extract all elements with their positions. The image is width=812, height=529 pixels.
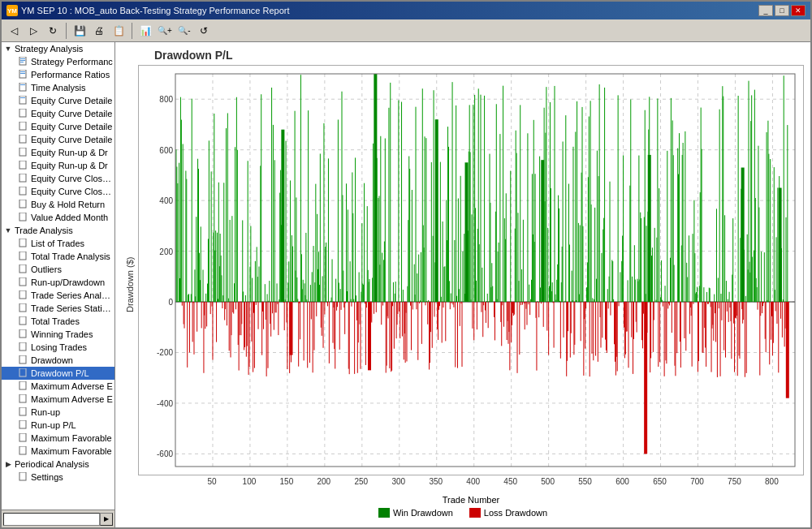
- sidebar: ▼ Strategy Analysis Strategy Performanc …: [2, 42, 115, 527]
- sidebar-item-value-added[interactable]: Value Added Month: [2, 211, 114, 224]
- sidebar-item-equity-3[interactable]: Equity Curve Detaile: [2, 120, 114, 133]
- svg-rect-25: [19, 303, 26, 312]
- chart-button[interactable]: 📊: [136, 22, 154, 40]
- expand-trade: ▼: [3, 226, 13, 235]
- svg-rect-17: [19, 187, 26, 195]
- minimize-button[interactable]: _: [758, 5, 773, 16]
- doc-icon-17: [18, 277, 29, 288]
- trade-series-analysis-label: Trade Series Analysis: [31, 290, 113, 300]
- section-trade-analysis[interactable]: ▼ Trade Analysis: [2, 224, 114, 237]
- sidebar-item-drawdown-pl[interactable]: Drawdown P/L: [2, 367, 114, 380]
- sidebar-item-settings[interactable]: Settings: [2, 471, 114, 484]
- doc-icon-13: [18, 212, 29, 223]
- print-button[interactable]: 🖨: [90, 22, 108, 40]
- outliers-label: Outliers: [31, 264, 62, 274]
- close-button[interactable]: ✕: [791, 5, 806, 16]
- sidebar-item-equity-2[interactable]: Equity Curve Detaile: [2, 107, 114, 120]
- doc-icon-12: [18, 199, 29, 210]
- sidebar-item-max-favorable-1[interactable]: Maximum Favorable: [2, 432, 114, 445]
- doc-icon-9: [18, 160, 29, 171]
- trade-series-statistic-label: Trade Series Statistic: [31, 303, 113, 313]
- svg-rect-29: [19, 355, 26, 363]
- expand-periodical: ▶: [3, 459, 13, 469]
- sidebar-item-runup-drawdown[interactable]: Run-up/Drawdown: [2, 276, 114, 289]
- forward-button[interactable]: ▷: [24, 22, 42, 40]
- back-button[interactable]: ◁: [5, 22, 23, 40]
- sidebar-bottom: ▶: [2, 510, 114, 527]
- winning-trades-label: Winning Trades: [31, 329, 93, 339]
- sidebar-item-max-adverse-2[interactable]: Maximum Adverse E: [2, 393, 114, 406]
- doc-icon-22: [18, 342, 29, 353]
- separator-2: [132, 23, 132, 39]
- section-strategy-analysis[interactable]: ▼ Strategy Analysis: [2, 42, 114, 55]
- svg-rect-8: [20, 84, 25, 85]
- maximize-button[interactable]: □: [775, 5, 789, 16]
- title-bar: YM YM SEP 10 : MOB_auto Back-Testing Str…: [2, 2, 810, 19]
- sidebar-item-runup-pl[interactable]: Run-up P/L: [2, 419, 114, 432]
- sidebar-item-max-adverse-1[interactable]: Maximum Adverse E: [2, 380, 114, 393]
- sidebar-item-close-1[interactable]: Equity Curve Close T: [2, 172, 114, 185]
- chart-container: Drawdown ($) 501001502002503003504004505…: [122, 65, 804, 521]
- zoom-out-button[interactable]: 🔍-: [175, 22, 193, 40]
- zoom-in-button[interactable]: 🔍+: [156, 22, 174, 40]
- svg-rect-30: [19, 368, 26, 376]
- reset-button[interactable]: ↺: [195, 22, 213, 40]
- svg-rect-31: [19, 381, 26, 389]
- doc-icon-28: [18, 419, 29, 431]
- copy-button[interactable]: 📋: [110, 22, 127, 40]
- loss-legend-box: [469, 508, 481, 518]
- sidebar-scroll[interactable]: ▼ Strategy Analysis Strategy Performanc …: [2, 42, 114, 510]
- svg-rect-2: [20, 60, 25, 61]
- sidebar-item-total-trades[interactable]: Total Trades: [2, 315, 114, 328]
- svg-rect-33: [19, 407, 26, 415]
- scroll-right-button[interactable]: ▶: [100, 513, 113, 526]
- doc-icon: [18, 56, 29, 67]
- sidebar-item-runup-1[interactable]: Equity Run-up & Dr: [2, 146, 114, 159]
- doc-icon-26: [18, 394, 29, 405]
- total-trades-label: Total Trades: [31, 316, 80, 326]
- sidebar-item-performance-ratios[interactable]: Performance Ratios: [2, 68, 114, 81]
- sidebar-item-trade-series-analysis[interactable]: Trade Series Analysis: [2, 289, 114, 302]
- doc-icon-30: [18, 445, 29, 457]
- equity-4-label: Equity Curve Detaile: [31, 135, 112, 144]
- svg-rect-27: [19, 329, 26, 338]
- sidebar-item-buyhold[interactable]: Buy & Hold Return: [2, 198, 114, 211]
- sidebar-item-runup-2b[interactable]: Run-up: [2, 406, 114, 419]
- sidebar-item-total-trade-analysis[interactable]: Total Trade Analysis: [2, 250, 114, 263]
- list-trades-label: List of Trades: [31, 239, 84, 248]
- sidebar-item-list-of-trades[interactable]: List of Trades: [2, 237, 114, 250]
- sidebar-item-strategy-performance[interactable]: Strategy Performanc: [2, 55, 114, 68]
- refresh-button[interactable]: ↻: [44, 22, 62, 40]
- sidebar-item-losing-trades[interactable]: Losing Trades: [2, 341, 114, 354]
- chart-area: Drawdown P/L Drawdown ($) 50100150200250…: [115, 42, 810, 527]
- svg-rect-11: [19, 109, 26, 117]
- chart-legend: Win Drawdown Loss Drawdown: [122, 505, 804, 521]
- sidebar-item-outliers[interactable]: Outliers: [2, 263, 114, 276]
- sidebar-item-close-2[interactable]: Equity Curve Close T: [2, 185, 114, 198]
- save-button[interactable]: 💾: [71, 22, 89, 40]
- runup-2-label: Equity Run-up & Dr: [31, 161, 108, 170]
- section-periodical-analysis[interactable]: ▶ Periodical Analysis: [2, 458, 114, 471]
- sidebar-item-time-analysis[interactable]: Time Analysis: [2, 81, 114, 94]
- losing-trades-label: Losing Trades: [31, 342, 87, 352]
- svg-rect-15: [19, 161, 26, 169]
- max-adverse-1-label: Maximum Adverse E: [31, 381, 113, 391]
- equity-2-label: Equity Curve Detaile: [31, 109, 112, 118]
- sidebar-item-max-favorable-2[interactable]: Maximum Favorable: [2, 445, 114, 458]
- sidebar-item-runup-2[interactable]: Equity Run-up & Dr: [2, 159, 114, 172]
- doc-icon-2: [18, 69, 29, 80]
- doc-icon-19: [18, 303, 29, 314]
- sidebar-item-winning-trades[interactable]: Winning Trades: [2, 328, 114, 341]
- drawdown-pl-label: Drawdown P/L: [31, 368, 89, 378]
- doc-icon-21: [18, 329, 29, 340]
- sidebar-item-drawdown[interactable]: Drawdown: [2, 354, 114, 367]
- window-title: YM SEP 10 : MOB_auto Back-Testing Strate…: [21, 6, 290, 15]
- sidebar-item-equity-1[interactable]: Equity Curve Detaile: [2, 94, 114, 107]
- svg-rect-10: [20, 97, 25, 98]
- svg-rect-26: [19, 316, 26, 325]
- svg-rect-22: [19, 264, 26, 273]
- max-favorable-2-label: Maximum Favorable: [31, 446, 112, 456]
- sidebar-item-equity-4[interactable]: Equity Curve Detaile: [2, 133, 114, 146]
- buyhold-label: Buy & Hold Return: [31, 200, 105, 209]
- sidebar-item-trade-series-statistic[interactable]: Trade Series Statistic: [2, 302, 114, 315]
